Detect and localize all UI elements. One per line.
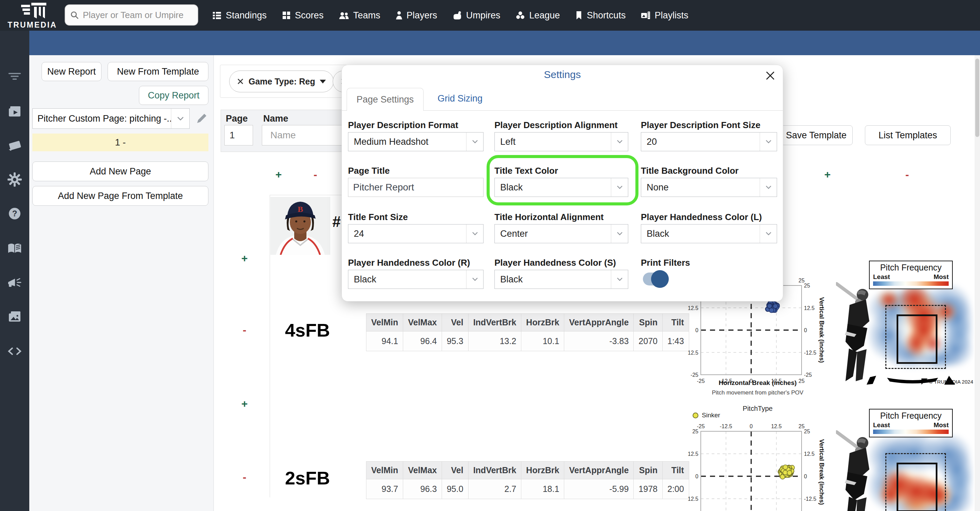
playlists-icon [641,11,651,20]
table-header-cell: Vel [442,462,468,479]
search-input[interactable] [82,10,193,21]
scatter-plot: -25-25-12.5-12.50012.512.52525252512.512… [688,402,827,511]
select-title-text-color[interactable]: Black [495,178,628,197]
svg-text:-25: -25 [804,372,812,378]
print-filters-toggle-knob[interactable] [651,270,669,288]
field-label-title-font-size: Title Font Size [348,212,408,223]
remove-column-button[interactable]: - [900,168,914,181]
video-library-icon[interactable] [7,103,22,119]
new-from-template-button[interactable]: New From Template [108,62,208,81]
nav-item-teams[interactable]: Teams [339,10,380,21]
select-player-handedness-color-r[interactable]: Black [348,270,484,289]
chevron-down-icon [466,270,483,288]
button-label: New From Template [117,67,199,77]
table-cell: 95.3 [442,331,468,351]
trumedia-logo[interactable]: TRUMEDIA [3,1,61,30]
new-report-button[interactable]: New Report [41,62,102,81]
filter-icon[interactable] [7,68,22,84]
report-page-select[interactable]: Pitcher Custom Page: pitching -... [32,108,190,129]
table-cell: 2070 [634,331,663,351]
copy-report-button[interactable]: Copy Report [139,86,208,105]
button-label: List Templates [878,130,937,141]
add-column-button[interactable]: + [272,168,285,181]
remove-row-button[interactable]: - [238,323,251,337]
select-title-horizontal-alignment[interactable]: Center [495,224,628,243]
whiteboard-icon[interactable] [7,138,22,154]
remove-column-button[interactable]: - [309,168,322,181]
select-player-handedness-color-s[interactable]: Black [495,270,628,289]
tab-label: Grid Sizing [438,93,482,103]
page-title-input[interactable] [348,178,484,197]
table-cell: -3.83 [564,331,634,351]
announcements-icon[interactable] [7,275,22,291]
filter-chip-game-type[interactable]: Game Type: Reg [229,70,334,92]
nav-label: Playlists [654,10,688,21]
remove-row-button[interactable]: - [238,470,251,484]
scrollbar-thumb[interactable] [975,59,979,137]
select-player-handedness-color-l[interactable]: Black [641,224,777,243]
tab-grid-sizing[interactable]: Grid Sizing [438,93,482,104]
table-header-cell: HorzBrk [521,314,564,331]
table-header-cell: VelMin [366,314,403,331]
select-player-description-alignment[interactable]: Left [495,132,628,151]
player-headshot: B [270,197,330,255]
scale-max-label: Most [934,422,949,429]
nav-item-players[interactable]: Players [395,10,437,21]
nav-label: Standings [226,10,267,21]
nav-item-shortcuts[interactable]: Shortcuts [575,10,625,21]
tab-page-settings[interactable]: Page Settings [347,88,423,111]
list-templates-button[interactable]: List Templates [865,125,951,145]
chevron-down-icon [611,132,628,151]
strike-zone-outline [897,314,937,364]
tab-label: Page Settings [356,94,414,105]
active-page-row[interactable]: 1 - [32,134,208,151]
svg-text:12.5: 12.5 [771,423,781,429]
select-player-description-format[interactable]: Medium Headshot [348,132,484,151]
grid-cell-border [270,195,342,195]
nav-item-league[interactable]: League [515,10,560,21]
pitch-frequency-heatmap-4sfb: Pitch Frequency Least Most © TRUMEDIA 20… [832,254,974,387]
add-row-button[interactable]: + [238,252,251,265]
add-row-button[interactable]: + [238,397,251,411]
embed-code-icon[interactable] [7,343,22,359]
heatmap-legend: Pitch Frequency Least Most [869,261,953,289]
add-new-page-from-template-button[interactable]: Add New Page From Template [32,186,208,206]
nav-item-playlists[interactable]: Playlists [641,10,688,21]
table-header-cell: Tilt [662,314,689,331]
image-library-icon[interactable] [7,309,22,325]
close-icon[interactable] [762,67,778,84]
remove-filter-icon[interactable] [237,78,244,85]
chevron-down-icon [760,224,777,243]
search-icon [70,10,79,20]
nav-item-umpires[interactable]: Umpires [452,10,501,21]
nav-menu: Standings Scores Teams Players Umpires L… [212,0,688,31]
guide-book-icon[interactable] [7,240,22,256]
nav-label: Umpires [466,10,501,21]
nav-item-standings[interactable]: Standings [212,10,267,21]
select-value: None [641,178,760,197]
svg-text:-12.5: -12.5 [804,350,816,356]
save-template-button[interactable]: Save Template [780,125,853,145]
table-cell: 2:00 [662,479,689,499]
nav-item-scores[interactable]: Scores [282,10,323,21]
select-player-description-font-size[interactable]: 20 [641,132,777,151]
select-title-background-color[interactable]: None [641,178,777,197]
pitch-frequency-heatmap-sinker: Pitch Frequency Least Most [832,402,974,511]
svg-text:-12.5: -12.5 [804,496,816,502]
field-label-player-description-alignment: Player Description Alignment [495,120,618,131]
svg-text:-25: -25 [690,372,698,378]
table-cell: 96.3 [403,479,442,499]
add-column-button[interactable]: + [821,168,834,181]
select-title-font-size[interactable]: 24 [348,224,484,243]
help-icon[interactable]: ? [7,206,22,221]
page-number-input[interactable] [224,125,253,145]
edit-pencil-icon[interactable] [195,112,208,125]
trumedia-logo-mark [21,2,48,20]
name-label: Name [263,113,288,124]
player-number-hash: # [332,213,340,230]
chevron-down-icon [611,224,628,243]
settings-gear-icon[interactable] [7,172,22,187]
add-new-page-button[interactable]: Add New Page [32,161,208,181]
table-cell: 95.0 [442,479,468,499]
filter-chip-label: Game Type: Reg [248,76,315,86]
